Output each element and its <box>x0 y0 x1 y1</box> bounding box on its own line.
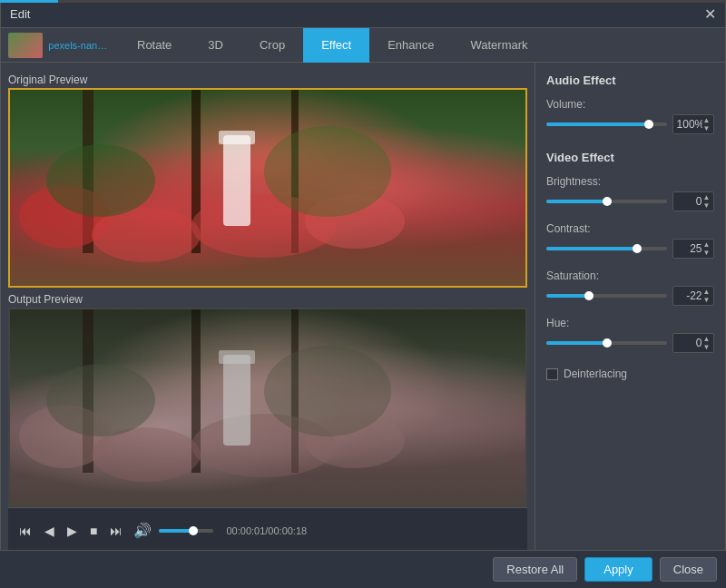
contrast-fill <box>546 247 637 250</box>
svg-rect-18 <box>223 355 250 446</box>
svg-point-21 <box>264 346 391 436</box>
title-bar-left: Edit <box>10 7 30 21</box>
hue-control: ▲▼ <box>546 333 714 353</box>
deinterlacing-label: Deinterlacing <box>564 368 627 380</box>
thumbnail-image <box>8 33 43 58</box>
hue-row: Hue: ▲▼ <box>546 317 714 353</box>
skip-start-button[interactable]: ⏮ <box>15 522 35 540</box>
volume-thumb <box>189 526 198 535</box>
prev-frame-button[interactable]: ◀ <box>41 522 58 540</box>
saturation-thumb <box>584 291 594 300</box>
svg-point-9 <box>46 144 155 217</box>
saturation-control: ▲▼ <box>546 286 714 306</box>
time-display: 00:00:01/00:00:18 <box>226 525 307 536</box>
volume-label: Volume: <box>546 98 714 111</box>
left-panel: Original Preview <box>1 63 535 587</box>
contrast-spinner[interactable]: ▲▼ <box>703 240 711 257</box>
contrast-control: ▲▼ <box>546 239 714 259</box>
saturation-slider[interactable] <box>546 294 667 298</box>
deinterlacing-row: Deinterlacing <box>546 368 714 380</box>
hue-label: Hue: <box>546 317 714 329</box>
hue-spinner[interactable]: ▲▼ <box>703 335 711 351</box>
volume-input[interactable] <box>677 118 702 131</box>
volume-spinner[interactable]: ▲▼ <box>703 116 711 132</box>
brightness-slider[interactable] <box>546 200 667 203</box>
brightness-input[interactable] <box>677 195 702 208</box>
brightness-fill <box>546 200 607 203</box>
output-preview-label: Output Preview <box>8 293 527 306</box>
edit-window: Edit ✕ pexels-nang-... Rotate 3D Crop Ef… <box>0 0 726 588</box>
main-content: Original Preview <box>1 63 725 587</box>
spacer <box>546 387 714 540</box>
volume-slider-fill <box>546 122 649 126</box>
original-preview-image <box>10 90 525 286</box>
volume-control: ▲▼ <box>546 114 714 134</box>
apply-button[interactable]: Apply <box>584 557 652 582</box>
file-thumbnail: pexels-nang-... <box>1 29 119 62</box>
close-window-button[interactable]: ✕ <box>704 5 716 23</box>
volume-row: Volume: ▲▼ <box>546 98 714 134</box>
saturation-fill <box>546 294 589 298</box>
video-section-title: Video Effect <box>546 151 714 164</box>
original-overlay-svg <box>10 90 525 286</box>
tab-rotate[interactable]: Rotate <box>119 28 190 63</box>
output-preview-image <box>10 309 525 505</box>
tab-enhance[interactable]: Enhance <box>369 28 452 63</box>
footer-bar: Restore All Apply Close <box>0 550 726 588</box>
contrast-label: Contrast: <box>546 222 714 235</box>
controls-bar: ⏮ ◀ ▶ ■ ⏭ 🔊 00:00:01/00:00:18 <box>8 507 527 553</box>
right-panel: Audio Effect Volume: ▲▼ Video Effect <box>535 63 725 587</box>
brightness-label: Brightness: <box>546 175 714 188</box>
volume-slider-right[interactable] <box>546 122 667 126</box>
saturation-spinner[interactable]: ▲▼ <box>703 288 711 304</box>
volume-value-box[interactable]: ▲▼ <box>672 114 714 134</box>
tabs-container: Rotate 3D Crop Effect Enhance Watermark <box>119 28 546 63</box>
tab-effect[interactable]: Effect <box>303 28 369 63</box>
close-button[interactable]: Close <box>660 557 717 582</box>
hue-value-box[interactable]: ▲▼ <box>672 333 714 353</box>
saturation-input[interactable] <box>677 289 702 302</box>
saturation-label: Saturation: <box>546 270 714 282</box>
file-name: pexels-nang-... <box>48 40 112 51</box>
restore-all-button[interactable]: Restore All <box>493 557 577 582</box>
contrast-value-box[interactable]: ▲▼ <box>672 239 714 259</box>
contrast-thumb <box>633 244 642 253</box>
hue-input[interactable] <box>677 337 702 349</box>
volume-icon: 🔊 <box>133 522 152 539</box>
original-preview-box <box>8 88 527 288</box>
brightness-control: ▲▼ <box>546 191 714 211</box>
contrast-row: Contrast: ▲▼ <box>546 222 714 259</box>
audio-section-title: Audio Effect <box>546 74 714 87</box>
volume-slider-thumb <box>644 120 653 129</box>
contrast-input[interactable] <box>677 242 702 255</box>
tab-crop[interactable]: Crop <box>241 28 303 63</box>
brightness-row: Brightness: ▲▼ <box>546 175 714 211</box>
title-bar: Edit ✕ <box>1 1 725 28</box>
brightness-value-box[interactable]: ▲▼ <box>672 191 714 211</box>
saturation-value-box[interactable]: ▲▼ <box>672 286 714 306</box>
deinterlacing-checkbox[interactable] <box>546 368 558 380</box>
stop-button[interactable]: ■ <box>86 522 101 540</box>
output-preview-box <box>8 308 527 507</box>
play-button[interactable]: ▶ <box>64 522 81 540</box>
svg-point-10 <box>264 126 391 217</box>
svg-point-20 <box>46 364 155 436</box>
window-title: Edit <box>10 7 30 21</box>
skip-end-button[interactable]: ⏭ <box>106 522 126 540</box>
contrast-slider[interactable] <box>546 247 667 250</box>
output-overlay-svg <box>10 309 525 505</box>
svg-rect-19 <box>219 350 255 364</box>
saturation-row: Saturation: ▲▼ <box>546 270 714 306</box>
tab-3d[interactable]: 3D <box>190 28 241 63</box>
hue-fill <box>546 341 607 345</box>
hue-thumb <box>603 338 612 348</box>
brightness-spinner[interactable]: ▲▼ <box>703 193 711 210</box>
hue-slider[interactable] <box>546 341 667 345</box>
svg-rect-7 <box>223 135 250 226</box>
svg-rect-8 <box>219 131 255 144</box>
original-preview-label: Original Preview <box>8 74 527 86</box>
brightness-thumb <box>603 197 612 206</box>
tab-watermark[interactable]: Watermark <box>452 28 545 63</box>
volume-slider[interactable] <box>159 529 213 533</box>
